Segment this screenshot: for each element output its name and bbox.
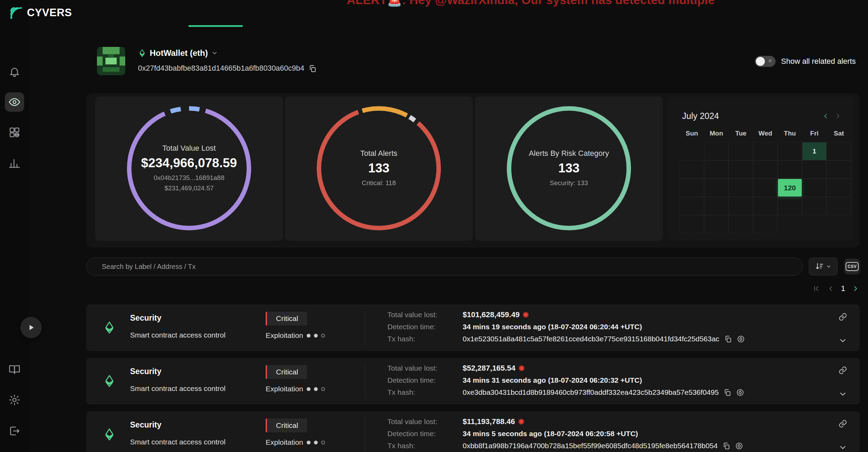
calendar-cell[interactable] [827,160,851,179]
calendar-cell[interactable] [753,197,778,215]
calendar-cell [827,215,851,233]
calendar-cell[interactable] [753,179,778,197]
loss-indicator-icon [523,312,529,318]
calendar-cell[interactable] [827,179,851,197]
explorer-icon[interactable] [735,442,743,450]
calendar-cell[interactable] [827,142,851,160]
stat-sub: Security: 133 [550,179,588,188]
sidebar-logout-button[interactable] [5,421,24,441]
day-header: Thu [778,130,802,137]
severity-label: Critical [276,421,298,430]
calendar-card: July 2024 Sun Mon Tue Wed Thu Fri Sat 11… [667,97,854,241]
phase-dot [307,387,310,391]
calendar-cell[interactable] [680,215,704,233]
explorer-icon[interactable] [736,389,744,396]
donut-center: Alerts By Risk Category 133 Security: 13… [507,106,631,230]
sidebar-notifications-button[interactable] [5,62,24,81]
alert-row[interactable]: Security Smart contract access control C… [86,411,860,452]
alert-link-icon[interactable] [838,312,847,321]
calendar-cell[interactable] [802,179,827,197]
calendar-cell[interactable] [704,179,729,197]
detail-label: Tx hash: [387,335,463,343]
calendar-cell[interactable] [827,197,851,215]
calendar-cell[interactable] [704,160,729,179]
calendar-prev-icon[interactable] [822,112,829,120]
expand-chevron-icon[interactable] [838,443,847,452]
calendar-cell[interactable] [729,215,753,233]
explorer-icon[interactable] [737,335,745,343]
donut-center: Total Alerts 133 Critical: 118 [317,106,441,230]
first-page-icon[interactable] [812,284,820,293]
bell-icon [9,66,20,78]
alert-category: Security [130,313,226,323]
calendar-cell[interactable] [802,160,827,179]
expand-chevron-icon[interactable] [838,336,847,345]
sidebar-protocols-button[interactable] [5,123,24,142]
brand-name: CYVERS [27,7,72,19]
day-header: Wed [753,130,778,137]
calendar-cell[interactable] [729,197,753,215]
loss-indicator-icon [519,419,524,424]
current-page[interactable]: 1 [841,284,845,293]
loss-indicator-icon [519,365,524,371]
copy-address-icon[interactable] [308,64,317,73]
alert-row[interactable]: Security Smart contract access control C… [86,304,860,351]
floating-play-button[interactable] [20,317,42,338]
search-input[interactable] [86,258,803,275]
alert-link-icon[interactable] [838,366,847,375]
phase-dot [314,334,318,338]
calendar-cell[interactable] [680,160,704,179]
sidebar-settings-button[interactable] [5,390,24,410]
alert-category-group: Security Smart contract access control [130,420,226,446]
pagination: 1 [812,284,860,293]
day-header: Tue [729,130,753,137]
calendar-cell[interactable] [778,160,802,179]
eth-icon [103,374,116,388]
alert-row[interactable]: Security Smart contract access control C… [86,358,860,404]
calendar-cell[interactable] [704,215,729,233]
calendar-day-badge[interactable]: 1 [802,142,827,160]
alert-details: Total value lost:$101,628,459.49 Detecti… [387,310,745,344]
prev-page-icon[interactable] [827,284,835,293]
sidebar-analytics-button[interactable] [5,154,24,173]
calendar-cell[interactable] [729,160,753,179]
calendar-cell[interactable] [704,142,729,160]
copy-hash-icon[interactable] [724,335,732,343]
calendar-next-icon[interactable] [834,112,842,120]
wallet-selector[interactable]: HotWallet (eth) [138,48,218,58]
calendar-cell[interactable] [778,142,802,160]
next-page-icon[interactable] [851,284,860,293]
detection-time: 34 mins 31 seconds ago (18-07-2024 06:20… [463,376,642,384]
alert-link-icon[interactable] [838,419,847,428]
calendar-cell[interactable] [729,179,753,197]
severity-label: Critical [276,368,298,376]
calendar-cell[interactable] [778,197,802,215]
toggle-label: Show all related alerts [781,57,856,66]
phase-dot [314,387,318,391]
export-csv-button[interactable]: CSV [844,259,860,274]
calendar-cell[interactable] [753,160,778,179]
chevron-down-icon [826,264,831,269]
copy-hash-icon[interactable] [722,442,730,450]
sidebar-docs-button[interactable] [5,360,24,379]
calendar-cell[interactable] [704,197,729,215]
calendar-cell[interactable] [680,197,704,215]
show-related-alerts-toggle[interactable]: ✕ [755,56,776,67]
calendar-cell[interactable] [753,215,778,233]
calendar-cell[interactable] [753,142,778,160]
severity-badge: Critical [266,312,307,325]
expand-chevron-icon[interactable] [838,390,847,399]
calendar-day-badge[interactable]: 120 [778,179,802,197]
sidebar-monitoring-button[interactable] [5,92,24,112]
brand-logo[interactable]: CYVERS [9,6,72,20]
sort-button[interactable] [809,258,838,275]
alert-phase: Exploitation [266,385,325,393]
calendar-cell[interactable] [802,197,827,215]
copy-hash-icon[interactable] [723,389,731,396]
detail-label: Tx hash: [387,442,463,450]
calendar-cell[interactable] [729,142,753,160]
calendar-cell[interactable] [680,179,704,197]
cyvers-logo-icon [9,6,23,20]
phase-dot [321,387,325,391]
wallet-address-row: 0x27fd43babfbe83a81d14665b1a6fb8030a60c9… [138,64,317,73]
